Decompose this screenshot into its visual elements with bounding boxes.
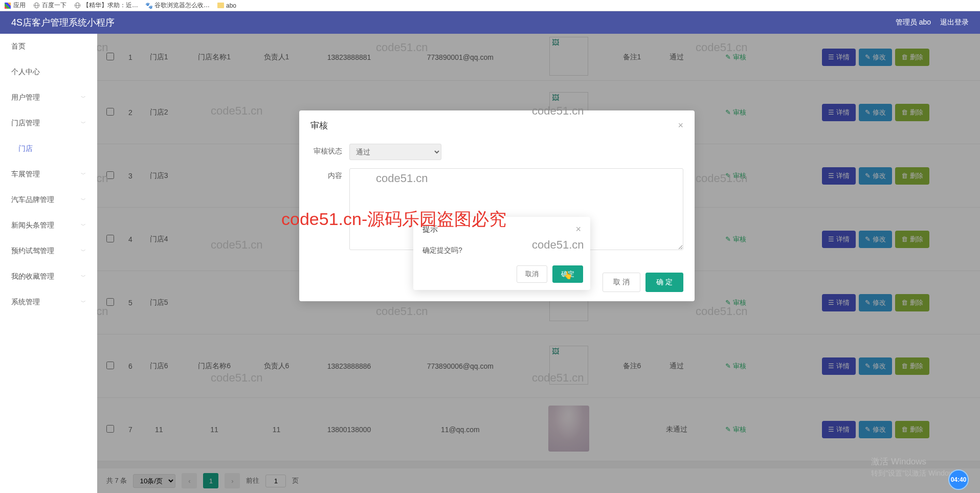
chevron-down-icon: ﹀ xyxy=(81,120,86,127)
audit-ok-button[interactable]: 确 定 xyxy=(645,273,683,292)
chevron-down-icon: ﹀ xyxy=(81,273,86,280)
prompt-title: 提示 xyxy=(422,225,438,234)
audit-status-label: 审核状态 xyxy=(310,144,349,156)
chevron-down-icon: ﹀ xyxy=(81,299,86,306)
sidebar-item-favorites[interactable]: 我的收藏管理﹀ xyxy=(0,264,97,289)
browser-bookmarks-bar: 应用 百度一下 【精华】求助：近… 🐾谷歌浏览器怎么收… abo xyxy=(0,0,980,11)
chevron-down-icon: ﹀ xyxy=(81,196,86,204)
sidebar: 首页 个人中心 用户管理﹀ 门店管理﹀ 门店 车展管理﹀ 汽车品牌管理﹀ 新闻头… xyxy=(0,34,97,493)
sidebar-item-testdrive[interactable]: 预约试驾管理﹀ xyxy=(0,238,97,264)
bookmark-abo[interactable]: abo xyxy=(217,2,236,9)
sidebar-item-carshow[interactable]: 车展管理﹀ xyxy=(0,162,97,187)
audit-content-label: 内容 xyxy=(310,168,349,181)
bookmark-baidu[interactable]: 百度一下 xyxy=(33,1,66,10)
app-header: 4S店客户管理系统小程序 管理员 abo 退出登录 xyxy=(0,11,980,34)
apps-icon xyxy=(5,3,11,9)
prompt-cancel-button[interactable]: 取消 xyxy=(517,265,547,283)
sidebar-item-brand[interactable]: 汽车品牌管理﹀ xyxy=(0,187,97,213)
prompt-message: 确定提交吗? xyxy=(422,246,462,254)
logout-link[interactable]: 退出登录 xyxy=(940,18,969,27)
paw-icon: 🐾 xyxy=(145,2,152,9)
prompt-ok-button[interactable]: 确定👆 xyxy=(552,265,583,283)
chevron-down-icon: ﹀ xyxy=(81,94,86,101)
folder-icon xyxy=(217,2,224,9)
admin-label[interactable]: 管理员 abo xyxy=(896,18,931,27)
bookmark-google[interactable]: 🐾谷歌浏览器怎么收… xyxy=(145,1,210,10)
audit-close-icon[interactable]: × xyxy=(678,120,683,131)
chevron-down-icon: ﹀ xyxy=(81,222,86,229)
sidebar-item-news[interactable]: 新闻头条管理﹀ xyxy=(0,213,97,238)
sidebar-item-users[interactable]: 用户管理﹀ xyxy=(0,85,97,110)
app-title: 4S店客户管理系统小程序 xyxy=(11,16,115,29)
globe-icon xyxy=(33,2,40,9)
prompt-close-icon[interactable]: × xyxy=(575,224,581,235)
sidebar-item-store-sub[interactable]: 门店 xyxy=(0,136,97,162)
main-area: 1门店1门店名称1负责人113823888881773890001@qq.com… xyxy=(97,34,980,493)
audit-status-select[interactable]: 通过 xyxy=(349,144,441,160)
cursor-icon: 👆 xyxy=(563,271,573,280)
bookmark-apps[interactable]: 应用 xyxy=(4,1,26,10)
sidebar-item-home[interactable]: 首页 xyxy=(0,34,97,59)
audit-cancel-button[interactable]: 取 消 xyxy=(603,273,640,292)
prompt-dialog: 提示 × 确定提交吗? 取消 确定👆 xyxy=(413,217,590,290)
chevron-down-icon: ﹀ xyxy=(81,171,86,178)
sidebar-item-stores[interactable]: 门店管理﹀ xyxy=(0,110,97,136)
globe-icon xyxy=(74,2,81,9)
bookmark-jinghua[interactable]: 【精华】求助：近… xyxy=(74,1,138,10)
audit-dialog-title: 审核 xyxy=(310,120,328,131)
sidebar-item-profile[interactable]: 个人中心 xyxy=(0,59,97,85)
sidebar-item-system[interactable]: 系统管理﹀ xyxy=(0,289,97,315)
floating-clock[interactable]: 04:40 xyxy=(948,469,969,490)
chevron-down-icon: ﹀ xyxy=(81,248,86,255)
